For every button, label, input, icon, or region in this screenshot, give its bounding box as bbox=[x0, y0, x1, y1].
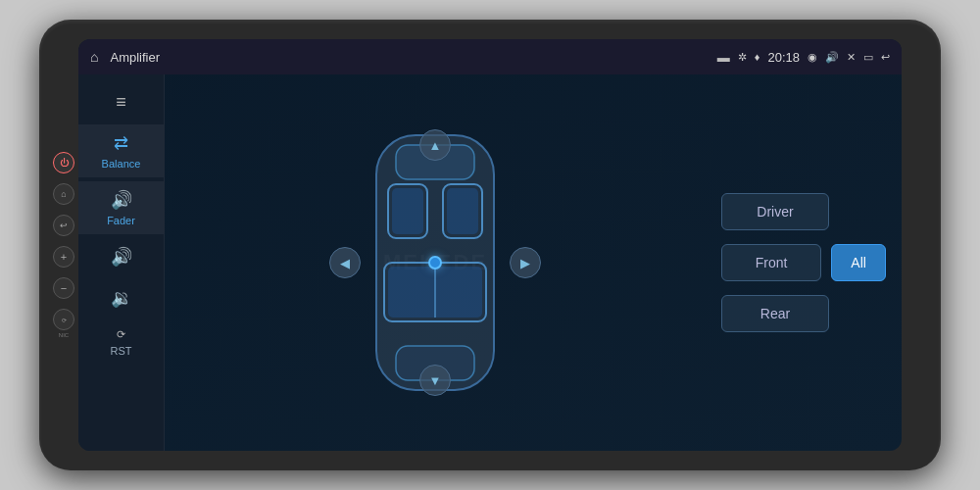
front-button[interactable]: Front bbox=[721, 244, 821, 281]
right-panel: Driver Front All Rear bbox=[706, 74, 902, 451]
camera-icon: ◉ bbox=[808, 51, 817, 64]
sidebar: ≡ ⇄ Balance 🔊 Fader 🔊 🔉 bbox=[78, 74, 165, 451]
sidebar-item-rst[interactable]: ⟳ RST bbox=[78, 320, 164, 365]
driver-button[interactable]: Driver bbox=[721, 193, 829, 230]
left-buttons: ⏻ ⌂ ↩ + − ⟳ NIC bbox=[53, 152, 74, 338]
sidebar-item-vol-up[interactable]: 🔊 bbox=[78, 238, 164, 275]
vol-up-icon: 🔊 bbox=[111, 246, 132, 268]
center-dot bbox=[428, 256, 442, 270]
status-icons: ✲ ♦ 20:18 ◉ 🔊 ✕ ▭ ↩ bbox=[738, 50, 890, 65]
back-status-icon[interactable]: ↩ bbox=[881, 51, 890, 64]
rst-button[interactable]: ⟳ bbox=[53, 309, 74, 330]
equalizer-icon: ≡ bbox=[116, 92, 126, 113]
arrow-right-button[interactable]: ▶ bbox=[510, 247, 541, 278]
window-icon: ▭ bbox=[863, 51, 873, 64]
all-button[interactable]: All bbox=[831, 244, 886, 281]
power-button[interactable]: ⏻ bbox=[53, 152, 74, 173]
status-bar: ⌂ Amplifier ▬ ✲ ♦ 20:18 ◉ 🔊 ✕ ▭ ↩ bbox=[78, 39, 902, 74]
device-shell: ⏻ ⌂ ↩ + − ⟳ NIC ⌂ Amplifier ▬ ✲ ♦ 20:18 … bbox=[39, 20, 941, 470]
volume-up-button[interactable]: + bbox=[53, 246, 74, 268]
close-icon[interactable]: ✕ bbox=[847, 51, 856, 64]
rst-icon: ⟳ bbox=[117, 328, 125, 341]
arrow-down-button[interactable]: ▼ bbox=[419, 365, 451, 396]
bluetooth-icon: ✲ bbox=[738, 51, 747, 64]
rst-label: NIC bbox=[59, 332, 69, 338]
fader-icon: 🔊 bbox=[111, 189, 132, 211]
center-area: MEKEDE bbox=[165, 74, 706, 451]
driver-row: Driver bbox=[721, 193, 886, 230]
arrow-left-button[interactable]: ◀ bbox=[329, 247, 361, 278]
fader-label: Fader bbox=[107, 215, 135, 226]
svg-rect-4 bbox=[447, 188, 478, 234]
sidebar-item-fader[interactable]: 🔊 Fader bbox=[78, 181, 164, 234]
sidebar-item-balance[interactable]: ⇄ Balance bbox=[78, 124, 164, 177]
screen-bezel: ⌂ Amplifier ▬ ✲ ♦ 20:18 ◉ 🔊 ✕ ▭ ↩ bbox=[78, 39, 902, 451]
sidebar-item-equalizer[interactable]: ≡ bbox=[78, 84, 164, 121]
volume-down-button[interactable]: − bbox=[53, 277, 74, 299]
main-content: ≡ ⇄ Balance 🔊 Fader 🔊 🔉 bbox=[78, 74, 902, 451]
status-time: 20:18 bbox=[767, 50, 800, 65]
svg-rect-3 bbox=[392, 188, 423, 234]
media-icon: ▬ bbox=[717, 50, 730, 65]
back-button[interactable]: ↩ bbox=[53, 215, 74, 236]
vol-dn-icon: 🔉 bbox=[111, 287, 132, 309]
sidebar-item-vol-dn[interactable]: 🔉 bbox=[78, 279, 164, 317]
rst-sidebar-label: RST bbox=[111, 345, 132, 357]
status-title: Amplifier bbox=[110, 50, 709, 65]
rear-row: Rear bbox=[721, 295, 886, 332]
location-icon: ♦ bbox=[755, 51, 760, 63]
rear-button[interactable]: Rear bbox=[721, 295, 829, 332]
car-diagram: ▲ ▼ ◀ ▶ bbox=[347, 125, 523, 400]
android-screen: ⌂ Amplifier ▬ ✲ ♦ 20:18 ◉ 🔊 ✕ ▭ ↩ bbox=[78, 39, 902, 451]
arrow-up-button[interactable]: ▲ bbox=[419, 129, 451, 161]
front-row: Front All bbox=[721, 244, 886, 281]
balance-icon: ⇄ bbox=[114, 132, 128, 154]
home-button[interactable]: ⌂ bbox=[53, 183, 74, 205]
balance-label: Balance bbox=[102, 158, 141, 170]
preset-group: Driver Front All Rear bbox=[721, 193, 886, 332]
speaker-icon: 🔊 bbox=[825, 51, 839, 64]
status-home-icon[interactable]: ⌂ bbox=[90, 49, 98, 65]
